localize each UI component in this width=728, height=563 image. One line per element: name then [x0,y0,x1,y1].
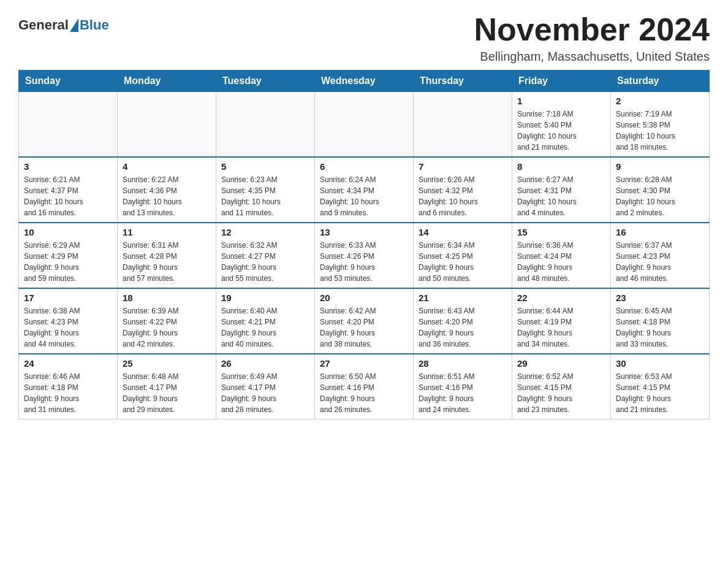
day-number: 17 [24,293,112,303]
calendar-cell: 7Sunrise: 6:26 AMSunset: 4:32 PMDaylight… [414,157,512,223]
day-info: Sunrise: 6:50 AMSunset: 4:16 PMDaylight:… [320,371,408,415]
calendar-cell: 24Sunrise: 6:46 AMSunset: 4:18 PMDayligh… [19,354,118,419]
day-number: 11 [123,227,211,237]
calendar-cell: 25Sunrise: 6:48 AMSunset: 4:17 PMDayligh… [118,354,216,419]
day-number: 12 [221,227,309,237]
day-number: 5 [221,161,309,172]
day-number: 27 [320,358,408,369]
day-number: 26 [221,358,309,369]
day-info: Sunrise: 6:26 AMSunset: 4:32 PMDaylight:… [419,174,507,218]
calendar-cell: 9Sunrise: 6:28 AMSunset: 4:30 PMDaylight… [611,157,710,223]
day-info: Sunrise: 6:31 AMSunset: 4:28 PMDaylight:… [123,240,211,284]
logo-blue-part: Blue [69,17,109,33]
day-number: 18 [123,293,211,303]
calendar-cell: 11Sunrise: 6:31 AMSunset: 4:28 PMDayligh… [118,223,216,288]
calendar-week-row: 17Sunrise: 6:38 AMSunset: 4:23 PMDayligh… [19,288,710,354]
day-number: 10 [24,227,112,237]
calendar-cell: 12Sunrise: 6:32 AMSunset: 4:27 PMDayligh… [216,223,315,288]
month-title: November 2024 [474,12,710,47]
calendar-cell: 16Sunrise: 6:37 AMSunset: 4:23 PMDayligh… [611,223,710,288]
calendar-cell: 21Sunrise: 6:43 AMSunset: 4:20 PMDayligh… [414,288,512,354]
day-info: Sunrise: 6:42 AMSunset: 4:20 PMDaylight:… [320,305,408,350]
day-info: Sunrise: 6:36 AMSunset: 4:24 PMDaylight:… [517,240,605,284]
day-number: 24 [24,358,112,369]
calendar-cell: 29Sunrise: 6:52 AMSunset: 4:15 PMDayligh… [512,354,611,419]
calendar-cell: 15Sunrise: 6:36 AMSunset: 4:24 PMDayligh… [512,223,611,288]
day-info: Sunrise: 6:33 AMSunset: 4:26 PMDaylight:… [320,240,408,284]
calendar-cell: 23Sunrise: 6:45 AMSunset: 4:18 PMDayligh… [611,288,710,354]
day-number: 15 [517,227,605,237]
calendar-cell: 4Sunrise: 6:22 AMSunset: 4:36 PMDaylight… [118,157,216,223]
day-info: Sunrise: 6:52 AMSunset: 4:15 PMDaylight:… [517,371,605,415]
day-info: Sunrise: 6:43 AMSunset: 4:20 PMDaylight:… [419,305,507,350]
day-info: Sunrise: 7:19 AMSunset: 5:38 PMDaylight:… [616,109,704,153]
day-number: 21 [419,293,507,303]
calendar-week-row: 10Sunrise: 6:29 AMSunset: 4:29 PMDayligh… [19,223,710,288]
calendar-cell: 6Sunrise: 6:24 AMSunset: 4:34 PMDaylight… [315,157,414,223]
day-number: 23 [616,293,704,303]
location-subtitle: Bellingham, Massachusetts, United States [474,50,710,64]
calendar-cell [216,92,315,158]
day-number: 29 [517,358,605,369]
calendar-week-row: 24Sunrise: 6:46 AMSunset: 4:18 PMDayligh… [19,354,710,419]
weekday-header-sunday: Sunday [19,71,118,92]
day-info: Sunrise: 6:21 AMSunset: 4:37 PMDaylight:… [24,174,112,218]
calendar-week-row: 3Sunrise: 6:21 AMSunset: 4:37 PMDaylight… [19,157,710,223]
day-info: Sunrise: 6:37 AMSunset: 4:23 PMDaylight:… [616,240,704,284]
day-number: 1 [517,96,605,106]
calendar-cell: 27Sunrise: 6:50 AMSunset: 4:16 PMDayligh… [315,354,414,419]
day-info: Sunrise: 6:24 AMSunset: 4:34 PMDaylight:… [320,174,408,218]
day-info: Sunrise: 6:46 AMSunset: 4:18 PMDaylight:… [24,371,112,415]
calendar-week-row: 1Sunrise: 7:18 AMSunset: 5:40 PMDaylight… [19,92,710,158]
calendar-cell: 30Sunrise: 6:53 AMSunset: 4:15 PMDayligh… [611,354,710,419]
weekday-header-tuesday: Tuesday [216,71,315,92]
calendar-cell: 20Sunrise: 6:42 AMSunset: 4:20 PMDayligh… [315,288,414,354]
calendar-cell: 13Sunrise: 6:33 AMSunset: 4:26 PMDayligh… [315,223,414,288]
calendar-cell [19,92,118,158]
day-number: 19 [221,293,309,303]
weekday-header-saturday: Saturday [611,71,710,92]
day-info: Sunrise: 7:18 AMSunset: 5:40 PMDaylight:… [517,109,605,153]
weekday-header-thursday: Thursday [414,71,512,92]
calendar-cell: 19Sunrise: 6:40 AMSunset: 4:21 PMDayligh… [216,288,315,354]
day-number: 6 [320,161,408,172]
day-info: Sunrise: 6:51 AMSunset: 4:16 PMDaylight:… [419,371,507,415]
day-info: Sunrise: 6:23 AMSunset: 4:35 PMDaylight:… [221,174,309,218]
day-info: Sunrise: 6:27 AMSunset: 4:31 PMDaylight:… [517,174,605,218]
day-number: 2 [616,96,704,106]
day-info: Sunrise: 6:49 AMSunset: 4:17 PMDaylight:… [221,371,309,415]
weekday-header-row: SundayMondayTuesdayWednesdayThursdayFrid… [19,71,710,92]
day-number: 20 [320,293,408,303]
day-number: 14 [419,227,507,237]
calendar-cell: 5Sunrise: 6:23 AMSunset: 4:35 PMDaylight… [216,157,315,223]
weekday-header-monday: Monday [118,71,216,92]
calendar-cell: 10Sunrise: 6:29 AMSunset: 4:29 PMDayligh… [19,223,118,288]
day-info: Sunrise: 6:40 AMSunset: 4:21 PMDaylight:… [221,305,309,350]
day-number: 30 [616,358,704,369]
calendar-cell: 17Sunrise: 6:38 AMSunset: 4:23 PMDayligh… [19,288,118,354]
calendar-cell: 8Sunrise: 6:27 AMSunset: 4:31 PMDaylight… [512,157,611,223]
day-info: Sunrise: 6:48 AMSunset: 4:17 PMDaylight:… [123,371,211,415]
calendar-cell: 28Sunrise: 6:51 AMSunset: 4:16 PMDayligh… [414,354,512,419]
day-info: Sunrise: 6:28 AMSunset: 4:30 PMDaylight:… [616,174,704,218]
day-number: 13 [320,227,408,237]
weekday-header-wednesday: Wednesday [315,71,414,92]
day-number: 4 [123,161,211,172]
day-info: Sunrise: 6:39 AMSunset: 4:22 PMDaylight:… [123,305,211,350]
day-info: Sunrise: 6:53 AMSunset: 4:15 PMDaylight:… [616,371,704,415]
day-number: 3 [24,161,112,172]
calendar-cell [414,92,512,158]
day-number: 9 [616,161,704,172]
day-info: Sunrise: 6:22 AMSunset: 4:36 PMDaylight:… [123,174,211,218]
calendar-cell: 22Sunrise: 6:44 AMSunset: 4:19 PMDayligh… [512,288,611,354]
calendar-cell: 26Sunrise: 6:49 AMSunset: 4:17 PMDayligh… [216,354,315,419]
logo-general-text: General [18,17,69,33]
calendar-cell: 3Sunrise: 6:21 AMSunset: 4:37 PMDaylight… [19,157,118,223]
day-number: 7 [419,161,507,172]
day-info: Sunrise: 6:38 AMSunset: 4:23 PMDaylight:… [24,305,112,350]
calendar-table: SundayMondayTuesdayWednesdayThursdayFrid… [18,70,710,419]
page-header: General Blue November 2024 Bellingham, M… [18,12,710,64]
logo-blue-text: Blue [80,17,109,33]
day-number: 22 [517,293,605,303]
day-info: Sunrise: 6:45 AMSunset: 4:18 PMDaylight:… [616,305,704,350]
